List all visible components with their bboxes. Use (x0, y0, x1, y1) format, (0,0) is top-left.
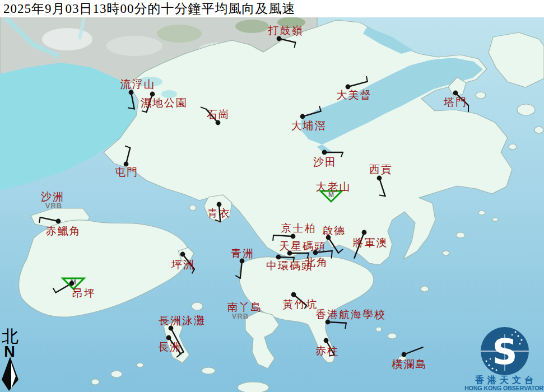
vrb-label: VRB (45, 202, 62, 210)
station-dot (324, 338, 329, 343)
station-dot (453, 91, 458, 96)
station-dot (291, 234, 296, 239)
station-label: 沙洲 (41, 191, 64, 203)
hko-logo-name-en: HONG KONG OBSERVATORY (464, 385, 544, 391)
hko-wind-map-page: 打鼓嶺流浮山濕地公園石崗屯門大美督塔門大埔滘沙田西貢M大老山沙洲VRB赤鱲角青衣… (0, 0, 544, 392)
compass-north-letter: N (4, 343, 15, 360)
station-dot (276, 255, 281, 260)
station-label: 屯門 (115, 166, 138, 178)
station-label: 將軍澳 (353, 237, 388, 249)
station-label: 濕地公園 (141, 97, 188, 109)
station-dot (362, 230, 367, 235)
wind-barb-tick (332, 251, 332, 258)
station-dot (69, 281, 75, 286)
station-label: 大美督 (337, 89, 372, 101)
station-label: 昂坪 (72, 287, 96, 299)
wind-map: 打鼓嶺流浮山濕地公園石崗屯門大美督塔門大埔滘沙田西貢M大老山沙洲VRB赤鱲角青衣… (0, 0, 544, 392)
station-dot (291, 292, 296, 297)
station-label: 大老山 (316, 181, 351, 193)
station-label: 打鼓嶺 (268, 25, 304, 36)
station-label: 京士柏 (281, 222, 317, 234)
station-label: 南丫島 (227, 301, 263, 313)
hko-logo-name-cn: 香港天文台 (475, 375, 537, 385)
station-label: 中環碼頭 (266, 260, 313, 272)
station-label: 赤柱 (315, 345, 339, 357)
station-label: 沙田 (313, 156, 337, 168)
station-dot (216, 120, 221, 125)
station-label: 天星碼頭 (279, 240, 326, 252)
wind-barb-tick (273, 235, 273, 240)
station-label: 啟德 (322, 225, 346, 236)
hko-logo-s-swirl: S (492, 332, 518, 372)
station-label: 坪洲 (171, 259, 195, 270)
station-dot (300, 114, 305, 119)
station-label: 長洲 (158, 341, 182, 353)
station-label: 石崗 (207, 109, 230, 120)
station-dot (166, 335, 171, 340)
station-label: 大埔滘 (291, 120, 327, 132)
station-label: 長洲泳灘 (159, 315, 206, 326)
station-dot (377, 176, 382, 181)
station-label: 赤鱲角 (46, 225, 81, 237)
station-label: 西貢 (369, 164, 393, 175)
station-dot (150, 92, 155, 97)
station-dot (277, 36, 282, 41)
station-label: 青洲 (231, 248, 254, 259)
station-dot (217, 202, 222, 207)
station-dot (56, 219, 61, 224)
station-dot (322, 150, 327, 155)
station-label: 香港航海學校 (315, 309, 386, 320)
station-dot (402, 352, 407, 357)
station-label: 塔門 (443, 96, 467, 108)
station-label: 流浮山 (120, 78, 156, 90)
station-dot (313, 250, 318, 255)
station-dot (180, 252, 185, 257)
map-title: 2025年9月03日13時00分的十分鐘平均風向及風速 (3, 2, 296, 16)
station-dot (129, 90, 134, 95)
vrb-label: VRB (232, 312, 249, 320)
station-label: 黃竹坑 (283, 298, 318, 310)
station-label: 橫瀾島 (392, 358, 427, 370)
station-label: 青衣 (207, 207, 231, 219)
